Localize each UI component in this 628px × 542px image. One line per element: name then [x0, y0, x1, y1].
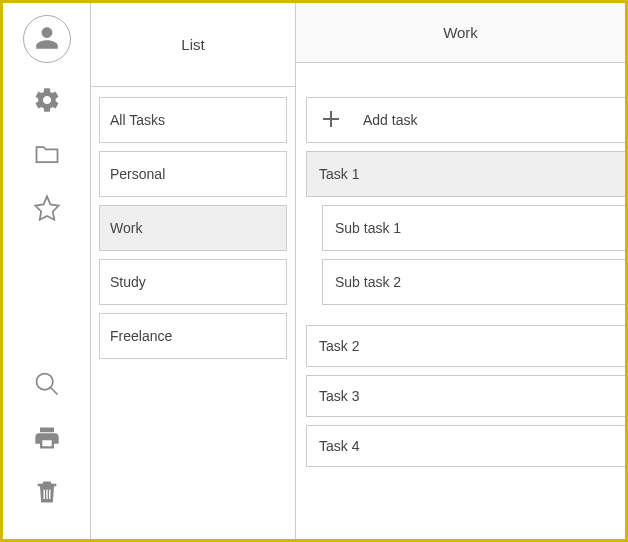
- task-row[interactable]: Task 4: [306, 425, 625, 467]
- svg-rect-2: [43, 489, 44, 498]
- svg-line-1: [50, 387, 57, 394]
- work-panel-header: Work: [296, 3, 625, 63]
- task-row[interactable]: Task 1: [306, 151, 625, 197]
- gear-icon: [33, 86, 61, 117]
- list-panel-header: List: [91, 3, 296, 87]
- list-panel-title: List: [181, 36, 204, 53]
- print-icon: [33, 424, 61, 455]
- list-item-label: Work: [110, 220, 142, 236]
- list-panel: List All Tasks Personal Work Study Freel…: [91, 3, 296, 539]
- search-icon: [33, 370, 61, 401]
- task-label: Task 1: [319, 166, 359, 182]
- work-body: Add task Task 1 Sub task 1 Sub task 2 Ta…: [296, 87, 625, 539]
- settings-button[interactable]: [31, 85, 63, 117]
- add-task-label: Add task: [363, 112, 417, 128]
- add-task-button[interactable]: Add task: [306, 97, 625, 143]
- list-body: All Tasks Personal Work Study Freelance: [91, 87, 296, 539]
- subtask-label: Sub task 2: [335, 274, 401, 290]
- task-label: Task 2: [319, 338, 359, 354]
- list-item-study[interactable]: Study: [99, 259, 287, 305]
- subtask-row[interactable]: Sub task 2: [322, 259, 625, 305]
- list-item-all-tasks[interactable]: All Tasks: [99, 97, 287, 143]
- svg-rect-4: [49, 489, 50, 498]
- list-item-label: All Tasks: [110, 112, 165, 128]
- trash-icon: [33, 478, 61, 509]
- list-item-label: Freelance: [110, 328, 172, 344]
- task-row[interactable]: Task 2: [306, 325, 625, 367]
- svg-point-0: [36, 373, 52, 389]
- task-label: Task 4: [319, 438, 359, 454]
- list-item-label: Study: [110, 274, 146, 290]
- work-panel-title: Work: [443, 24, 478, 41]
- subtask-label: Sub task 1: [335, 220, 401, 236]
- app-root: List All Tasks Personal Work Study Freel…: [0, 0, 628, 542]
- list-item-freelance[interactable]: Freelance: [99, 313, 287, 359]
- subtask-row[interactable]: Sub task 1: [322, 205, 625, 251]
- list-item-personal[interactable]: Personal: [99, 151, 287, 197]
- star-icon: [33, 194, 61, 225]
- trash-button[interactable]: [31, 477, 63, 509]
- folder-icon: [33, 140, 61, 171]
- folder-button[interactable]: [31, 139, 63, 171]
- icon-sidebar: [3, 3, 91, 539]
- list-item-work[interactable]: Work: [99, 205, 287, 251]
- task-label: Task 3: [319, 388, 359, 404]
- star-button[interactable]: [31, 193, 63, 225]
- list-item-label: Personal: [110, 166, 165, 182]
- task-row[interactable]: Task 3: [306, 375, 625, 417]
- avatar[interactable]: [23, 15, 71, 63]
- search-button[interactable]: [31, 369, 63, 401]
- print-button[interactable]: [31, 423, 63, 455]
- svg-rect-3: [46, 489, 47, 498]
- plus-icon: [319, 107, 343, 134]
- work-panel: Work Add task Task 1 Sub task 1 Sub task…: [296, 3, 625, 539]
- user-icon: [34, 25, 60, 54]
